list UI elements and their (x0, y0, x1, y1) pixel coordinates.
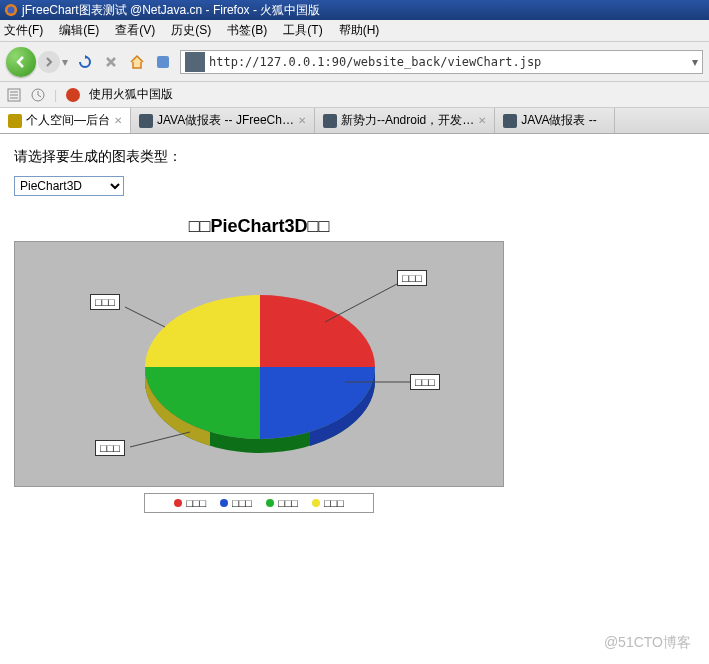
prompt-label: 请选择要生成的图表类型： (14, 148, 695, 166)
close-icon[interactable]: ✕ (114, 115, 122, 126)
legend-item: □□□ (220, 497, 252, 509)
forward-button[interactable] (38, 51, 60, 73)
tab-label: JAVA做报表 -- JFreeCh… (157, 112, 294, 129)
home-button[interactable] (128, 53, 146, 71)
chart-container: □□PieChart3D□□ (14, 216, 504, 513)
favicon-icon (503, 114, 517, 128)
url-dropdown-icon[interactable]: ▾ (688, 55, 702, 69)
tab-label: JAVA做报表 -- (521, 112, 597, 129)
chart-title: □□PieChart3D□□ (14, 216, 504, 237)
menu-edit[interactable]: 编辑(E) (59, 22, 99, 39)
bookmark-bar: | 使用火狐中国版 (0, 82, 709, 108)
url-text: http://127.0.0.1:90/website_back/viewCha… (209, 55, 688, 69)
favicon-icon (8, 114, 22, 128)
reload-button[interactable] (76, 53, 94, 71)
tab-1[interactable]: JAVA做报表 -- JFreeCh… ✕ (131, 108, 315, 133)
chart-legend: □□□ □□□ □□□ □□□ (144, 493, 374, 513)
svg-point-5 (66, 88, 80, 102)
callout-red: □□□ (397, 270, 427, 286)
pie-svg (15, 242, 505, 488)
pie-chart: □□□ □□□ □□□ □□□ (14, 241, 504, 487)
clock-icon[interactable] (30, 87, 46, 103)
callout-blue: □□□ (410, 374, 440, 390)
close-icon[interactable]: ✕ (298, 115, 306, 126)
arrow-left-icon (14, 55, 28, 69)
callout-green: □□□ (95, 440, 125, 456)
window-title: jFreeChart图表测试 @NetJava.cn - Firefox - 火… (22, 2, 320, 19)
firefox-icon (4, 3, 18, 17)
titlebar: jFreeChart图表测试 @NetJava.cn - Firefox - 火… (0, 0, 709, 20)
tab-label: 个人空间—后台 (26, 112, 110, 129)
favicon-icon (139, 114, 153, 128)
svg-line-7 (325, 284, 397, 322)
arrow-right-icon (44, 57, 54, 67)
chart-type-select[interactable]: PieChart3D (14, 176, 124, 196)
tab-2[interactable]: 新势力--Android，开发… ✕ (315, 108, 495, 133)
menu-view[interactable]: 查看(V) (115, 22, 155, 39)
firefox-cn-icon (65, 87, 81, 103)
menu-help[interactable]: 帮助(H) (339, 22, 380, 39)
legend-item: □□□ (174, 497, 206, 509)
nav-toolbar: ▾ http://127.0.0.1:90/website_back/viewC… (0, 42, 709, 82)
close-icon[interactable]: ✕ (478, 115, 486, 126)
url-bar[interactable]: http://127.0.0.1:90/website_back/viewCha… (180, 50, 703, 74)
menu-bookmarks[interactable]: 书签(B) (227, 22, 267, 39)
page-content: 请选择要生成的图表类型： PieChart3D □□PieChart3D□□ (0, 134, 709, 527)
menu-file[interactable]: 文件(F) (4, 22, 43, 39)
tab-0[interactable]: 个人空间—后台 ✕ (0, 108, 131, 133)
favicon-icon (323, 114, 337, 128)
bookmark-menu-icon[interactable] (6, 87, 22, 103)
svg-line-10 (125, 307, 165, 327)
menu-history[interactable]: 历史(S) (171, 22, 211, 39)
callout-yellow: □□□ (90, 294, 120, 310)
legend-item: □□□ (266, 497, 298, 509)
menubar: 文件(F) 编辑(E) 查看(V) 历史(S) 书签(B) 工具(T) 帮助(H… (0, 20, 709, 42)
menu-tools[interactable]: 工具(T) (283, 22, 322, 39)
site-icon (185, 52, 205, 72)
legend-item: □□□ (312, 497, 344, 509)
stop-button[interactable] (102, 53, 120, 71)
bookmark-item[interactable]: 使用火狐中国版 (89, 86, 173, 103)
tab-strip: 个人空间—后台 ✕ JAVA做报表 -- JFreeCh… ✕ 新势力--And… (0, 108, 709, 134)
svg-point-1 (8, 7, 15, 14)
sync-icon[interactable] (154, 53, 172, 71)
back-button[interactable] (6, 47, 36, 77)
watermark: @51CTO博客 (604, 634, 691, 652)
svg-rect-2 (157, 56, 169, 68)
tab-label: 新势力--Android，开发… (341, 112, 474, 129)
tab-3[interactable]: JAVA做报表 -- (495, 108, 615, 133)
svg-line-9 (130, 432, 190, 447)
nav-dropdown-icon[interactable]: ▾ (62, 55, 68, 69)
